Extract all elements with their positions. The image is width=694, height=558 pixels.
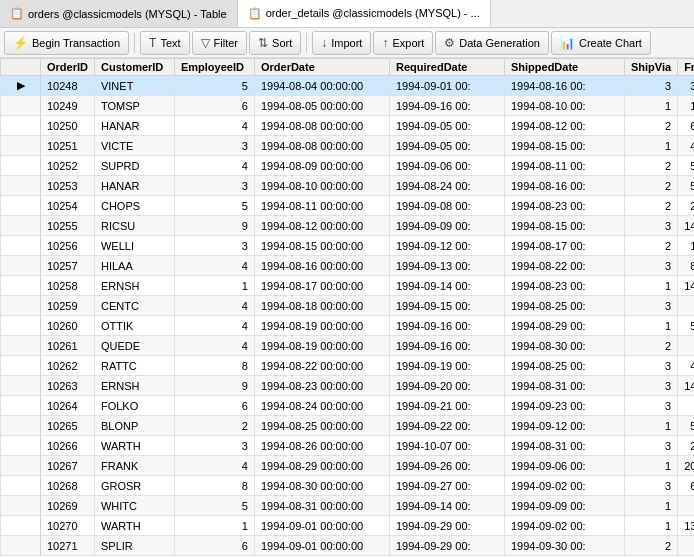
toolbar: ⚡ Begin Transaction T Text ▽ Filter ⇅ So… bbox=[0, 28, 694, 58]
cell-orderid: 10253 bbox=[41, 176, 95, 196]
table-row[interactable]: 10257HILAA41994-08-16 00:00:001994-09-13… bbox=[1, 256, 695, 276]
table-row[interactable]: 10264FOLKO61994-08-24 00:00:001994-09-21… bbox=[1, 396, 695, 416]
data-generation-label: Data Generation bbox=[459, 37, 540, 49]
cell-requireddate: 1994-08-24 00: bbox=[389, 176, 504, 196]
cell-employeeid: 4 bbox=[174, 296, 254, 316]
cell-orderdate: 1994-08-12 00:00:00 bbox=[254, 216, 389, 236]
data-table: OrderID CustomerID EmployeeID OrderDate … bbox=[0, 58, 694, 556]
cell-shippeddate: 1994-08-25 00: bbox=[504, 356, 624, 376]
col-header-customerid[interactable]: CustomerID bbox=[94, 59, 174, 76]
col-header-requireddate[interactable]: RequiredDate bbox=[389, 59, 504, 76]
filter-button[interactable]: ▽ Filter bbox=[192, 31, 247, 55]
table-row[interactable]: 10270WARTH11994-09-01 00:00:001994-09-29… bbox=[1, 516, 695, 536]
table-row[interactable]: 10254CHOPS51994-08-11 00:00:001994-09-08… bbox=[1, 196, 695, 216]
table-row[interactable]: 10261QUEDE41994-08-19 00:00:001994-09-16… bbox=[1, 336, 695, 356]
cell-orderdate: 1994-08-19 00:00:00 bbox=[254, 336, 389, 356]
table-row[interactable]: 10258ERNSH11994-08-17 00:00:001994-09-14… bbox=[1, 276, 695, 296]
table-row[interactable]: 10260OTTIK41994-08-19 00:00:001994-09-16… bbox=[1, 316, 695, 336]
cell-customerid: HANAR bbox=[94, 116, 174, 136]
row-indicator bbox=[1, 256, 41, 276]
cell-employeeid: 6 bbox=[174, 536, 254, 556]
table-row[interactable]: 10250HANAR41994-08-08 00:00:001994-09-05… bbox=[1, 116, 695, 136]
table-container[interactable]: OrderID CustomerID EmployeeID OrderDate … bbox=[0, 58, 694, 558]
begin-transaction-button[interactable]: ⚡ Begin Transaction bbox=[4, 31, 129, 55]
cell-shipvia: 3 bbox=[624, 256, 677, 276]
table-row[interactable]: 10253HANAR31994-08-10 00:00:001994-08-24… bbox=[1, 176, 695, 196]
table-row[interactable]: 10263ERNSH91994-08-23 00:00:001994-09-20… bbox=[1, 376, 695, 396]
row-indicator-header bbox=[1, 59, 41, 76]
table-row[interactable]: 10262RATTC81994-08-22 00:00:001994-09-19… bbox=[1, 356, 695, 376]
cell-shippeddate: 1994-08-25 00: bbox=[504, 296, 624, 316]
tab-order-details[interactable]: 📋 order_details @classicmodels (MYSQL) -… bbox=[238, 0, 491, 27]
cell-employeeid: 4 bbox=[174, 456, 254, 476]
cell-shipvia: 2 bbox=[624, 536, 677, 556]
cell-requireddate: 1994-09-15 00: bbox=[389, 296, 504, 316]
cell-requireddate: 1994-09-27 00: bbox=[389, 476, 504, 496]
tab-orders[interactable]: 📋 orders @classicmodels (MYSQL) - Table bbox=[0, 0, 238, 27]
filter-icon: ▽ bbox=[201, 36, 210, 50]
cell-shippeddate: 1994-09-30 00: bbox=[504, 536, 624, 556]
cell-employeeid: 8 bbox=[174, 356, 254, 376]
table-row[interactable]: 10252SUPRD41994-08-09 00:00:001994-09-06… bbox=[1, 156, 695, 176]
tab-order-details-label: order_details @classicmodels (MYSQL) - .… bbox=[266, 7, 480, 19]
sort-button[interactable]: ⇅ Sort bbox=[249, 31, 301, 55]
row-indicator bbox=[1, 336, 41, 356]
cell-requireddate: 1994-09-01 00: bbox=[389, 76, 504, 96]
cell-orderid: 10251 bbox=[41, 136, 95, 156]
table-row[interactable]: 10255RICSU91994-08-12 00:00:001994-09-09… bbox=[1, 216, 695, 236]
cell-orderid: 10263 bbox=[41, 376, 95, 396]
cell-customerid: WELLI bbox=[94, 236, 174, 256]
cell-orderdate: 1994-08-22 00:00:00 bbox=[254, 356, 389, 376]
table-row[interactable]: 10256WELLI31994-08-15 00:00:001994-09-12… bbox=[1, 236, 695, 256]
cell-employeeid: 1 bbox=[174, 516, 254, 536]
cell-freight: 81.9100 bbox=[678, 256, 694, 276]
cell-orderdate: 1994-08-31 00:00:00 bbox=[254, 496, 389, 516]
row-indicator bbox=[1, 236, 41, 256]
table-row[interactable]: 10259CENTC41994-08-18 00:00:001994-09-15… bbox=[1, 296, 695, 316]
cell-shipvia: 3 bbox=[624, 76, 677, 96]
cell-orderid: 10257 bbox=[41, 256, 95, 276]
cell-customerid: HILAA bbox=[94, 256, 174, 276]
cell-shipvia: 3 bbox=[624, 396, 677, 416]
table-row[interactable]: 10269WHITC51994-08-31 00:00:001994-09-14… bbox=[1, 496, 695, 516]
import-label: Import bbox=[331, 37, 362, 49]
table-row[interactable]: 10265BLONP21994-08-25 00:00:001994-09-22… bbox=[1, 416, 695, 436]
cell-shipvia: 1 bbox=[624, 276, 677, 296]
table-row[interactable]: 10271SPLIR61994-09-01 00:00:001994-09-29… bbox=[1, 536, 695, 556]
cell-employeeid: 4 bbox=[174, 156, 254, 176]
cell-customerid: ERNSH bbox=[94, 376, 174, 396]
cell-requireddate: 1994-09-05 00: bbox=[389, 116, 504, 136]
col-header-orderdate[interactable]: OrderDate bbox=[254, 59, 389, 76]
cell-requireddate: 1994-09-05 00: bbox=[389, 136, 504, 156]
import-button[interactable]: ↓ Import bbox=[312, 31, 371, 55]
table-row[interactable]: ▶10248VINET51994-08-04 00:00:001994-09-0… bbox=[1, 76, 695, 96]
row-indicator bbox=[1, 176, 41, 196]
table-row[interactable]: 10267FRANK41994-08-29 00:00:001994-09-26… bbox=[1, 456, 695, 476]
data-generation-button[interactable]: ⚙ Data Generation bbox=[435, 31, 549, 55]
col-header-shippeddate[interactable]: ShippedDate bbox=[504, 59, 624, 76]
export-button[interactable]: ↑ Export bbox=[373, 31, 433, 55]
cell-orderid: 10249 bbox=[41, 96, 95, 116]
table-row[interactable]: 10266WARTH31994-08-26 00:00:001994-10-07… bbox=[1, 436, 695, 456]
col-header-orderid[interactable]: OrderID bbox=[41, 59, 95, 76]
col-header-shipvia[interactable]: ShipVia bbox=[624, 59, 677, 76]
cell-employeeid: 3 bbox=[174, 436, 254, 456]
cell-customerid: VICTE bbox=[94, 136, 174, 156]
cell-employeeid: 3 bbox=[174, 176, 254, 196]
cell-shippeddate: 1994-09-12 00: bbox=[504, 416, 624, 436]
col-header-freight[interactable]: Freight bbox=[678, 59, 694, 76]
table-row[interactable]: 10249TOMSP61994-08-05 00:00:001994-09-16… bbox=[1, 96, 695, 116]
cell-freight: 3.0500 bbox=[678, 336, 694, 356]
table-row[interactable]: 10251VICTE31994-08-08 00:00:001994-09-05… bbox=[1, 136, 695, 156]
cell-freight: 41.3400 bbox=[678, 136, 694, 156]
cell-orderdate: 1994-08-11 00:00:00 bbox=[254, 196, 389, 216]
cell-employeeid: 5 bbox=[174, 496, 254, 516]
cell-orderid: 10270 bbox=[41, 516, 95, 536]
cell-shippeddate: 1994-08-30 00: bbox=[504, 336, 624, 356]
cell-shippeddate: 1994-09-02 00: bbox=[504, 516, 624, 536]
text-button[interactable]: T Text bbox=[140, 31, 190, 55]
create-chart-button[interactable]: 📊 Create Chart bbox=[551, 31, 651, 55]
col-header-employeeid[interactable]: EmployeeID bbox=[174, 59, 254, 76]
row-indicator bbox=[1, 216, 41, 236]
table-row[interactable]: 10268GROSR81994-08-30 00:00:001994-09-27… bbox=[1, 476, 695, 496]
